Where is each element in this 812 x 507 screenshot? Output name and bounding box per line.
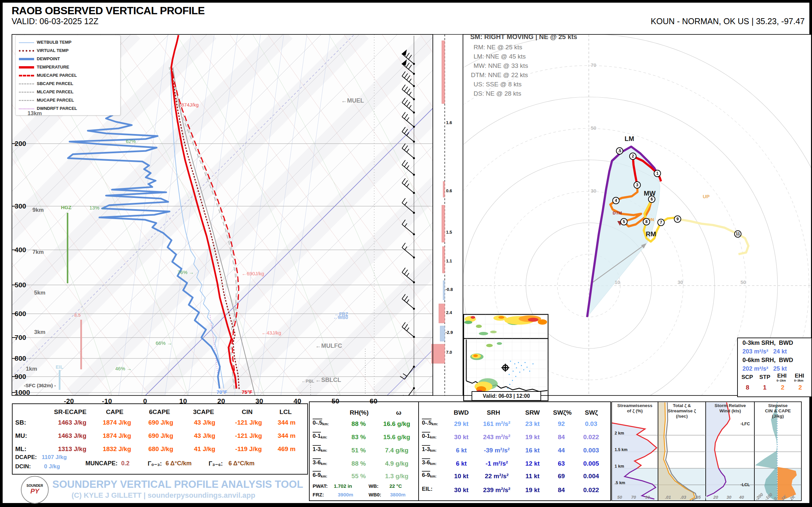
pressure-label: 1000 (14, 389, 30, 396)
rh-row-label: 6-9km: (313, 472, 327, 478)
bwd-value: 6 kt (446, 447, 476, 454)
rh-row-label: 0-1km: (313, 433, 327, 440)
rh-value: 88 % (344, 460, 373, 467)
shear-header: SWζ (585, 409, 598, 416)
pressure-label: 700 (14, 334, 26, 342)
composite-index-header: SCP (742, 374, 753, 381)
srh-value: 243 m²/s² (477, 434, 517, 441)
swzeta-pct-value: 84 (550, 434, 573, 441)
panel2-title-line: (/sec) (659, 414, 705, 418)
panel1-height-label: 1 km (615, 464, 624, 469)
srw-value: 19 kt (519, 434, 546, 441)
shear-row-label: 0-1km: (422, 433, 437, 440)
mucape-line-icon (19, 100, 34, 101)
scp-value: 8 (746, 384, 749, 391)
panel1-height-label: 2 km (615, 431, 624, 436)
panel2-tick: .03 (680, 495, 686, 500)
height-label: 5km (34, 290, 45, 296)
storm-motion-rm: RM: NE @ 25 kts (473, 44, 522, 51)
swzeta-pct-value: 92 (550, 420, 573, 428)
srh-value: 161 m²/s² (477, 420, 517, 428)
swzeta-pct-value: 63 (550, 460, 573, 467)
lapse-0-3-value: 6 Δ°C/km (165, 460, 192, 467)
mlcape-line-icon (19, 92, 34, 93)
pressure-label: 400 (14, 246, 26, 254)
panel2-tick: .05 (695, 495, 701, 500)
shear-row-label: 6-9km: (422, 472, 437, 478)
rh-annotation: 76% → (177, 269, 194, 275)
srh-0-6-header: 0-6km SRH, BWD (743, 357, 793, 364)
pwat-value: 1.702 in (334, 483, 352, 489)
legend-item: WETBULB TEMP (19, 38, 117, 46)
muel-annotation: ←MUEL (341, 97, 364, 104)
omega-value: -0.8 (445, 287, 453, 292)
temp-axis-tick: 10 (171, 397, 195, 405)
shear-header: SRH (487, 409, 500, 416)
thermo-header: 6CAPE (149, 408, 170, 416)
cape690-annotation: ←690J/kg (242, 271, 264, 276)
srw-value: 19 kt (519, 487, 546, 494)
ring-label: 30 (677, 279, 683, 285)
ehi-0-1-value: 2 (781, 384, 784, 391)
surface-label: -SFC (362m) - (24, 383, 56, 388)
pressure-label: 900 (14, 373, 26, 381)
panel3-tick: 20 (713, 495, 718, 500)
srh-0-6-values: 202 m²/s² 25 kt (743, 365, 787, 372)
rh-value: 88 % (344, 420, 373, 428)
ring-label: 10 (615, 279, 620, 285)
panel3-tick: 30 (726, 495, 731, 500)
thermo-cell: 43 J/kg (187, 432, 223, 440)
page-title: RAOB OBSERVED VERTICAL PROFILE (12, 5, 205, 17)
thermo-cell: 680 J/kg (142, 445, 180, 453)
dtm-label: DTM (613, 211, 622, 216)
omega-value: 1.6 (446, 120, 452, 125)
temp-axis-tick: -10 (95, 397, 118, 405)
wb0-annotation: ←WB0 (333, 315, 348, 320)
thermo-header: SR-ECAPE (54, 408, 87, 416)
omega-value: 0.6 (446, 188, 452, 193)
station-location: KOUN - NORMAN, OK US | 35.23, -97.47 (651, 16, 805, 26)
srh-value: 239 m²/s² (477, 487, 517, 494)
legend-item: MUECAPE PARCEL (19, 71, 117, 79)
panel3-tick: 40 (739, 495, 744, 500)
thermo-cell: 469 m (269, 445, 304, 453)
ehi-sub-label: 0–1km (776, 379, 786, 382)
wb-value: 22 °C (390, 483, 402, 489)
swzeta-value: 0.003 (576, 447, 606, 454)
hodo-height-marker: 5 (620, 218, 627, 225)
height-label: 13km (28, 110, 42, 117)
storm-motion-mw: MW: NNE @ 33 kts (473, 62, 528, 69)
thermo-cell: 41 J/kg (187, 445, 223, 453)
omega-value: 2.4 (446, 310, 452, 315)
swzeta-value: 0.03 (576, 420, 606, 428)
muncape-value: 0.2 (121, 460, 130, 467)
dcin-label: DCIN: (15, 463, 31, 470)
shear-row-label: 1-3km: (422, 446, 437, 453)
hodo-height-marker: .5 (616, 147, 623, 155)
thermo-cell: 1313 J/kg (52, 445, 92, 453)
shear-header: SWζ% (553, 409, 571, 416)
thermo-cell: 1463 J/kg (52, 419, 92, 426)
sbcape-line-icon (19, 83, 34, 84)
mixing-ratio-value: 4.9 g/kg (377, 460, 417, 467)
sounderpy-logo: SOUNDER PY (21, 476, 49, 504)
panel1-height-label: 1.5 km (615, 447, 627, 452)
swzeta-value: 0.004 (576, 472, 606, 480)
dcape-label: DCAPE: (15, 454, 37, 461)
temp-axis-tick: 40 (286, 397, 309, 405)
radar-map-inset (464, 315, 548, 401)
sfc-temp-f: 75°F (242, 389, 252, 395)
ring-label: 50 (741, 279, 746, 285)
srh-0-3-header: 0-3km SRH, BWD (743, 340, 793, 346)
wb0-label: WB0: (368, 492, 381, 497)
temp-axis-tick: 0 (134, 397, 157, 405)
omega-value: 1.5 (446, 230, 452, 235)
thermo-row-label: SB: (15, 419, 26, 426)
srw-value: 11 kt (519, 472, 546, 480)
srw-value: 23 kt (519, 420, 546, 428)
pressure-label: 800 (14, 354, 26, 362)
thermo-cell: 690 J/kg (142, 432, 180, 440)
panel1-title-line: of ζ (%) (612, 408, 658, 413)
legend-item: VIRTUAL TEMP (19, 46, 117, 55)
panel2-tick: .01 (665, 495, 671, 500)
